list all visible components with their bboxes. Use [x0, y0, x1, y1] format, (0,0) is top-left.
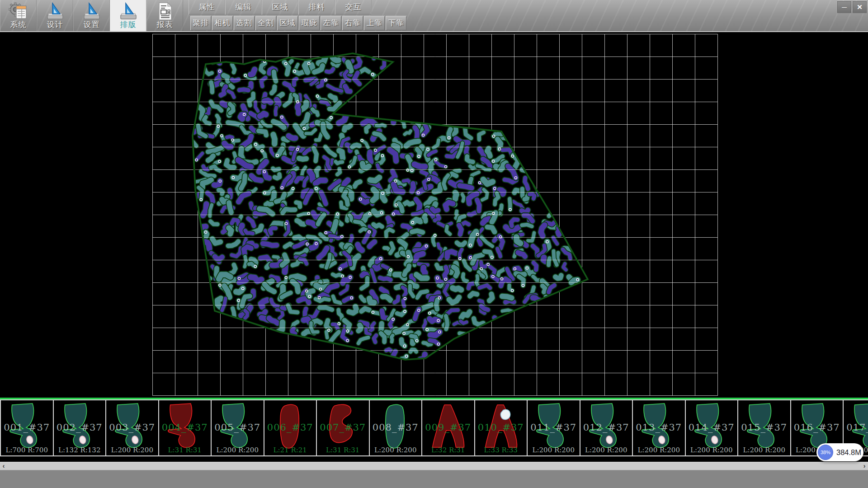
piece-id: 005_#37 — [212, 422, 264, 433]
piece-id: 008_#37 — [370, 422, 422, 433]
piece-id: 013_#37 — [633, 422, 685, 433]
menu-nesting[interactable]: 排料 — [298, 0, 335, 14]
piece-lr-label: L:200 R:200 — [738, 446, 790, 454]
menu-region[interactable]: 区域 — [262, 0, 298, 14]
mode-label-design: 设计 — [37, 19, 73, 30]
tool-cut-all[interactable]: 全割 — [255, 16, 276, 30]
horizontal-scrollbar[interactable]: ‹ › — [0, 462, 868, 470]
thumbnail-cell[interactable]: 002_#37L:132 R:132 — [53, 399, 107, 456]
tool-align-top[interactable]: 上靠 — [364, 16, 385, 30]
piece-id: 003_#37 — [106, 422, 158, 433]
mode-label-report: 报表 — [147, 19, 183, 30]
mode-button-nesting-active[interactable]: 排版 — [110, 0, 146, 31]
mode-button-design[interactable]: 设计 — [37, 0, 73, 31]
mode-label-nesting: 排版 — [110, 19, 146, 30]
thumbnail-cell[interactable]: 015_#37L:200 R:200 — [737, 399, 791, 456]
close-button[interactable]: ✕ — [853, 1, 867, 13]
thumbnail-cell[interactable]: 006_#37L:21 R:21 — [264, 399, 317, 456]
piece-lr-label: L:200 R:200 — [686, 446, 738, 454]
piece-id: 016_#37 — [791, 422, 843, 433]
tool-align-bottom[interactable]: 下靠 — [386, 16, 406, 30]
nesting-canvas[interactable] — [0, 32, 868, 398]
piece-id: 014_#37 — [686, 422, 738, 433]
thumbnail-cell[interactable]: 009_#37L:32 R:31 — [421, 399, 475, 456]
tool-align-left[interactable]: 左靠 — [321, 16, 341, 30]
piece-id: 011_#37 — [528, 422, 580, 433]
tool-select-cut[interactable]: 选割 — [234, 16, 255, 30]
mode-button-report[interactable]: 报表 — [146, 0, 183, 31]
piece-lr-label: L:33 R:33 — [475, 446, 527, 454]
thumbnail-cell[interactable]: 013_#37L:200 R:200 — [632, 399, 686, 456]
scroll-left-arrow[interactable]: ‹ — [0, 462, 7, 470]
piece-lr-label: L:132 R:132 — [54, 446, 106, 454]
scroll-right-arrow[interactable]: › — [861, 462, 868, 470]
thumbnail-cell[interactable]: 008_#37L:200 R:200 — [369, 399, 423, 456]
main-toolbar: 系统 设计 设置 — [0, 0, 868, 32]
piece-thumbnail-strip: 001_#37L:700 R:700002_#37L:132 R:132003_… — [0, 398, 868, 456]
tool-camera[interactable]: 相机 — [212, 16, 233, 30]
thumbnail-cell[interactable]: 004_#37L:31 R:31 — [158, 399, 212, 456]
mode-label-settings: 设置 — [74, 19, 109, 30]
piece-id: 010_#37 — [475, 422, 527, 433]
piece-lr-label: L:200 R:200 — [370, 446, 422, 454]
piece-lr-label: L:200 R:200 — [106, 446, 158, 454]
nesting-app-window: 系统 设计 设置 — [0, 0, 868, 488]
piece-id: 007_#37 — [317, 422, 369, 433]
thumbnail-cell[interactable]: 007_#37L:31 R:31 — [316, 399, 370, 456]
menu-interaction[interactable]: 交互 — [335, 0, 372, 14]
memory-badge[interactable]: 38% 384.8M — [816, 443, 863, 461]
piece-lr-label: L:200 R:200 — [528, 446, 580, 454]
menu-bar: 属性 编辑 区域 排料 交互 — [189, 0, 372, 14]
tool-button-row: 聚排 相机 选割 全割 区域 瑕疵 左靠 右靠 上靠 下靠 — [190, 15, 407, 32]
piece-lr-label: L:200 R:200 — [633, 446, 685, 454]
menu-properties[interactable]: 属性 — [189, 0, 225, 14]
tool-defect[interactable]: 瑕疵 — [299, 16, 320, 30]
piece-lr-label: L:21 R:21 — [264, 446, 316, 454]
piece-id: 006_#37 — [264, 422, 316, 433]
thumbnail-cell[interactable]: 012_#37L:200 R:200 — [580, 399, 633, 456]
thumbnail-cell[interactable]: 010_#37L:33 R:33 — [474, 399, 528, 456]
piece-id: 001_#37 — [1, 422, 53, 433]
mode-button-row: 系统 设计 设置 — [0, 0, 183, 31]
piece-id: 012_#37 — [580, 422, 632, 433]
thumbnail-cell[interactable]: 014_#37L:200 R:200 — [685, 399, 739, 456]
thumbnail-cell[interactable]: 005_#37L:200 R:200 — [211, 399, 264, 456]
mode-label-system: 系统 — [0, 19, 36, 30]
thumbnail-cell[interactable]: 001_#37L:700 R:700 — [0, 399, 54, 456]
piece-lr-label: L:700 R:700 — [1, 446, 53, 454]
memory-value: 384.8M — [836, 443, 861, 461]
piece-id: 015_#37 — [738, 422, 790, 433]
piece-id: 017_#37 — [844, 422, 868, 433]
mode-button-settings[interactable]: 设置 — [73, 0, 110, 31]
piece-lr-label: L:32 R:31 — [422, 446, 474, 454]
piece-lr-label: L:200 R:200 — [580, 446, 632, 454]
tool-cluster-nest[interactable]: 聚排 — [190, 16, 211, 30]
piece-lr-label: L:200 R:200 — [212, 446, 264, 454]
window-controls: ─ ✕ — [837, 1, 867, 13]
piece-lr-label: L:31 R:31 — [159, 446, 211, 454]
tool-region[interactable]: 区域 — [277, 16, 298, 30]
tool-align-right[interactable]: 右靠 — [342, 16, 363, 30]
piece-lr-label: L:31 R:31 — [317, 446, 369, 454]
thumbnail-cell[interactable]: 011_#37L:200 R:200 — [527, 399, 580, 456]
piece-id: 004_#37 — [159, 422, 211, 433]
progress-percent-circle: 38% — [818, 445, 833, 460]
minimize-button[interactable]: ─ — [837, 1, 851, 13]
menu-edit[interactable]: 编辑 — [225, 0, 262, 14]
thumbnail-cell[interactable]: 003_#37L:200 R:200 — [105, 399, 159, 456]
piece-id: 009_#37 — [422, 422, 474, 433]
piece-id: 002_#37 — [54, 422, 106, 433]
mode-button-system[interactable]: 系统 — [0, 0, 37, 31]
status-bar — [0, 470, 868, 488]
